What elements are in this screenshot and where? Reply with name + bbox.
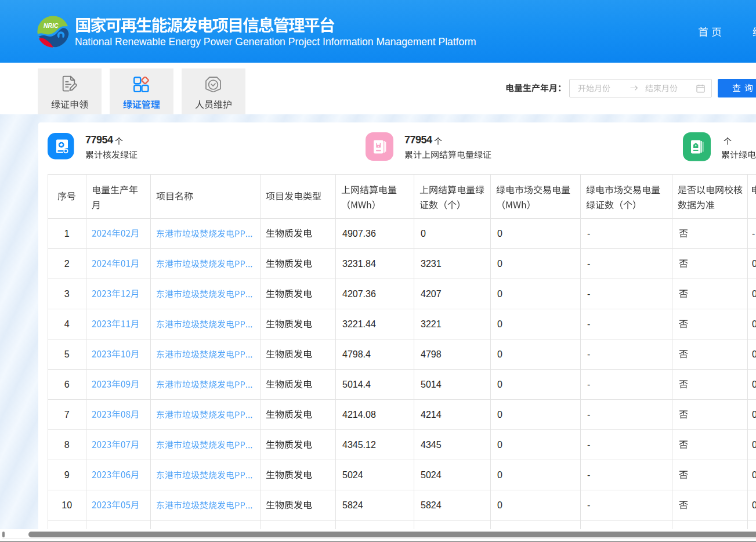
svg-text:NRIC: NRIC: [44, 22, 59, 29]
